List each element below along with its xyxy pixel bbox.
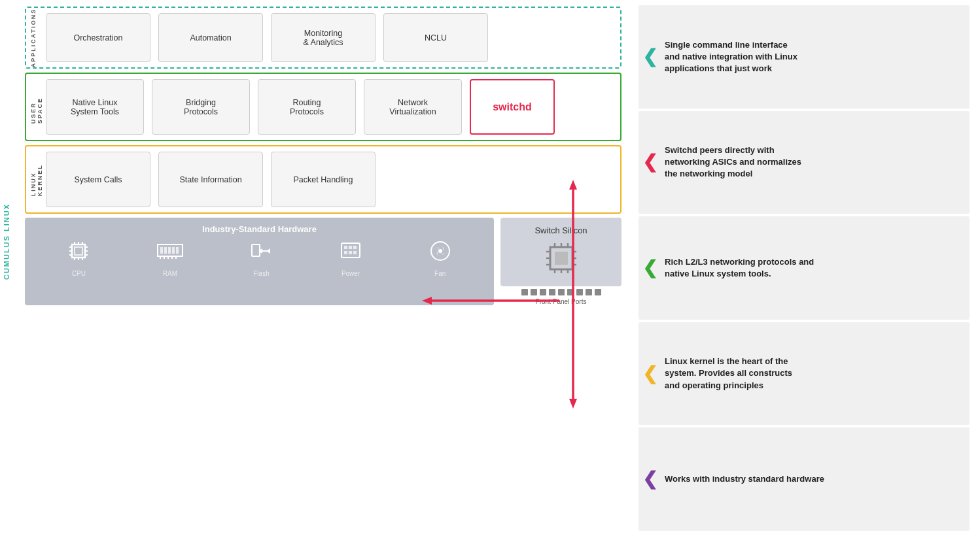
chevron-icon-switchd: ❮ xyxy=(642,153,658,171)
hw-label-power: Power xyxy=(341,270,360,277)
hw-label-ram: RAM xyxy=(163,270,177,277)
apps-grid: Orchestration Automation Monitoring & An… xyxy=(46,13,615,62)
cpu-icon xyxy=(67,239,90,267)
dot xyxy=(567,289,574,295)
diagram-area: CUMULUS LINUX APPLICATIONS Orchestration… xyxy=(0,0,628,536)
svg-rect-1 xyxy=(75,247,82,255)
hw-item-fan: Fan xyxy=(429,239,452,277)
user-space-section-label: USER SPACE xyxy=(30,90,43,124)
svg-rect-40 xyxy=(555,252,568,265)
chevron-icon-hardware: ❮ xyxy=(642,470,658,488)
dot xyxy=(540,289,546,295)
industry-standard-hardware-box: Industry-Standard Hardware xyxy=(25,218,494,305)
front-panel-dots xyxy=(521,289,601,295)
legend-item-l2l3: ❮ Rich L2/L3 networking protocols andnat… xyxy=(639,216,970,320)
switchd-card: switchd xyxy=(470,79,555,135)
legend-text-switchd: Switchd peers directly withnetworking AS… xyxy=(665,144,801,180)
dot xyxy=(558,289,565,295)
applications-section-label: APPLICATIONS xyxy=(30,8,37,67)
legend-item-kernel: ❮ Linux kernel is the heart of thesystem… xyxy=(639,322,970,426)
svg-rect-16 xyxy=(164,247,167,254)
dot xyxy=(586,289,592,295)
chevron-icon-l2l3: ❮ xyxy=(642,259,658,277)
user-card-network-virt: Network Virtualization xyxy=(364,79,462,135)
svg-rect-0 xyxy=(72,244,85,258)
svg-rect-36 xyxy=(353,251,357,254)
user-card-bridging: Bridging Protocols xyxy=(152,79,250,135)
svg-rect-32 xyxy=(349,246,352,249)
svg-rect-30 xyxy=(341,243,360,258)
dot xyxy=(531,289,537,295)
chevron-icon-cli: ❮ xyxy=(642,48,658,66)
svg-rect-19 xyxy=(176,247,179,254)
linux-kernel-box: LINUX KERNEL System Calls State Informat… xyxy=(25,145,621,214)
dot xyxy=(521,289,528,295)
kernel-card-packet-handling: Packet Handling xyxy=(271,152,376,207)
legend-item-hardware: ❮ Works with industry standard hardware xyxy=(639,427,970,531)
svg-rect-25 xyxy=(252,244,260,256)
hw-label-flash: Flash xyxy=(253,270,269,277)
fan-icon xyxy=(429,239,452,267)
dot xyxy=(595,289,601,295)
kernel-grid: System Calls State Information Packet Ha… xyxy=(46,152,615,207)
ram-icon xyxy=(156,239,184,267)
switch-silicon-col: Switch Silicon xyxy=(500,218,621,305)
hw-label-cpu: CPU xyxy=(72,270,86,277)
app-card-orchestration: Orchestration xyxy=(46,13,150,62)
legend-text-hardware: Works with industry standard hardware xyxy=(665,473,824,485)
hardware-row: Industry-Standard Hardware xyxy=(25,218,621,305)
flash-icon xyxy=(249,239,273,267)
hw-item-ram: RAM xyxy=(156,239,184,277)
hardware-icons: CPU xyxy=(34,239,485,277)
legend-text-kernel: Linux kernel is the heart of thesystem. … xyxy=(665,356,792,392)
dot xyxy=(576,289,583,295)
user-card-routing: Routing Protocols xyxy=(258,79,356,135)
hw-item-cpu: CPU xyxy=(67,239,90,277)
switch-silicon-title: Switch Silicon xyxy=(534,226,587,235)
legend-item-switchd: ❮ Switchd peers directly withnetworking … xyxy=(639,111,970,214)
chip-icon xyxy=(544,241,579,278)
svg-rect-15 xyxy=(160,247,163,254)
cumulus-linux-label: CUMULUS LINUX xyxy=(3,203,10,280)
svg-rect-17 xyxy=(168,247,171,254)
kernel-card-system-calls: System Calls xyxy=(46,152,150,207)
app-card-monitoring: Monitoring & Analytics xyxy=(271,13,376,62)
svg-marker-29 xyxy=(266,248,270,254)
applications-box: APPLICATIONS Orchestration Automation Mo… xyxy=(25,7,621,69)
app-card-automation: Automation xyxy=(158,13,263,62)
user-space-grid: Native Linux System Tools Bridging Proto… xyxy=(46,79,615,135)
svg-rect-35 xyxy=(349,251,352,254)
hw-label-fan: Fan xyxy=(434,270,446,277)
hw-item-flash: Flash xyxy=(249,239,273,277)
front-panel-label: Front Panel Ports xyxy=(536,298,587,305)
legend-text-l2l3: Rich L2/L3 networking protocols andnativ… xyxy=(665,256,814,280)
user-card-native-linux: Native Linux System Tools xyxy=(46,79,144,135)
kernel-card-state-info: State Information xyxy=(158,152,263,207)
chevron-icon-kernel: ❮ xyxy=(642,365,658,383)
cumulus-label-wrapper: CUMULUS LINUX xyxy=(3,121,10,363)
app-card-nclu: NCLU xyxy=(383,13,488,62)
svg-rect-33 xyxy=(353,246,357,249)
linux-kernel-section-label: LINUX KERNEL xyxy=(30,163,43,196)
hw-item-power: Power xyxy=(339,239,362,277)
power-icon xyxy=(339,239,362,267)
svg-rect-34 xyxy=(344,251,347,254)
svg-marker-57 xyxy=(569,399,577,409)
svg-rect-18 xyxy=(172,247,175,254)
hardware-title: Industry-Standard Hardware xyxy=(34,224,485,234)
switch-silicon-box: Switch Silicon xyxy=(500,218,621,286)
legend-text-cli: Single command line interfaceand native … xyxy=(665,39,797,75)
user-space-box: USER SPACE Native Linux System Tools Bri… xyxy=(25,73,621,141)
svg-rect-31 xyxy=(344,246,347,249)
legend-area: ❮ Single command line interfaceand nativ… xyxy=(628,0,980,536)
dot xyxy=(549,289,555,295)
legend-item-cli: ❮ Single command line interfaceand nativ… xyxy=(639,5,970,109)
svg-point-38 xyxy=(438,249,442,253)
